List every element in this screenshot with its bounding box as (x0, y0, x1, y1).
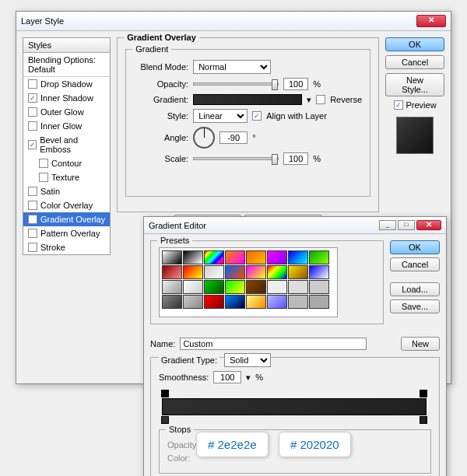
checkbox[interactable] (28, 107, 37, 117)
preview-checkbox[interactable]: ✓ (394, 100, 403, 110)
preset-swatch[interactable] (183, 250, 203, 264)
opacity-stop-left[interactable] (161, 390, 169, 397)
preset-swatch[interactable] (162, 280, 182, 294)
smooth-input[interactable] (213, 371, 241, 383)
scale-slider[interactable] (193, 157, 279, 160)
editor-cancel-button[interactable]: Cancel (390, 257, 440, 271)
style-item-pattern-overlay[interactable]: Pattern Overlay (23, 226, 110, 240)
preset-swatch[interactable] (162, 295, 182, 309)
editor-close-icon[interactable]: ✕ (416, 220, 441, 230)
type-label: Gradient Type: (159, 355, 219, 365)
preset-swatch[interactable] (267, 295, 287, 309)
preset-swatch[interactable] (204, 250, 224, 264)
color-stop-left[interactable] (161, 416, 169, 424)
preset-swatch[interactable] (267, 265, 287, 279)
style-item-inner-glow[interactable]: Inner Glow (23, 119, 110, 133)
preset-swatch[interactable] (267, 280, 287, 294)
checkbox[interactable] (28, 201, 37, 210)
blending-options[interactable]: Blending Options: Default (23, 53, 110, 77)
preset-swatch[interactable] (246, 295, 266, 309)
angle-dial[interactable] (193, 127, 215, 149)
style-item-label: Texture (51, 173, 79, 182)
style-item-drop-shadow[interactable]: Drop Shadow (23, 77, 110, 91)
style-item-color-overlay[interactable]: Color Overlay (23, 198, 110, 212)
style-item-gradient-overlay[interactable]: ✓Gradient Overlay (23, 212, 110, 226)
preset-swatch[interactable] (288, 265, 308, 279)
style-item-inner-shadow[interactable]: ✓Inner Shadow (23, 91, 110, 105)
smooth-dropdown-icon[interactable]: ▾ (246, 373, 251, 383)
preset-swatch[interactable] (204, 295, 224, 309)
checkbox[interactable]: ✓ (28, 215, 37, 224)
preset-swatch[interactable] (288, 295, 308, 309)
new-button[interactable]: New (401, 337, 440, 351)
preset-swatch[interactable] (183, 280, 203, 294)
angle-unit: ° (252, 133, 255, 142)
preset-swatch[interactable] (162, 265, 182, 279)
close-icon[interactable]: ✕ (416, 15, 446, 27)
preset-swatch[interactable] (225, 265, 245, 279)
preset-swatch[interactable] (267, 250, 287, 264)
type-select[interactable]: Solid (224, 353, 271, 367)
preset-swatch[interactable] (309, 280, 329, 294)
gradient-swatch[interactable] (193, 94, 302, 105)
presets-grid[interactable] (159, 247, 338, 317)
gradient-bar[interactable] (162, 398, 427, 415)
style-select[interactable]: Linear (193, 109, 248, 123)
preset-swatch[interactable] (246, 265, 266, 279)
preset-swatch[interactable] (288, 280, 308, 294)
editor-ok-button[interactable]: OK (390, 240, 440, 254)
color-tag-right: # 202020 (279, 432, 351, 457)
checkbox[interactable]: ✓ (28, 140, 37, 149)
angle-input[interactable] (219, 131, 248, 144)
blend-mode-select[interactable]: Normal (193, 60, 271, 74)
checkbox[interactable] (39, 173, 48, 182)
checkbox[interactable] (28, 243, 37, 252)
style-item-stroke[interactable]: Stroke (23, 240, 110, 254)
load-button[interactable]: Load... (390, 282, 440, 296)
reverse-checkbox[interactable] (316, 95, 325, 104)
checkbox[interactable] (28, 79, 37, 89)
style-item-outer-glow[interactable]: Outer Glow (23, 105, 110, 119)
opacity-unit: % (313, 79, 321, 89)
preset-swatch[interactable] (162, 250, 182, 264)
maximize-icon[interactable]: □ (398, 220, 415, 230)
preset-swatch[interactable] (225, 295, 245, 309)
scale-input[interactable] (283, 152, 308, 165)
preset-swatch[interactable] (225, 250, 245, 264)
ok-button[interactable]: OK (385, 37, 444, 51)
opacity-input[interactable] (283, 78, 308, 90)
color-stop-right[interactable] (420, 416, 427, 424)
save-button[interactable]: Save... (390, 299, 440, 313)
preset-swatch[interactable] (309, 265, 329, 279)
checkbox[interactable]: ✓ (28, 93, 37, 103)
new-style-button[interactable]: New Style... (385, 73, 444, 96)
stop-opacity-label: Opacity: (167, 440, 198, 450)
style-item-texture[interactable]: Texture (23, 170, 110, 184)
style-item-bevel-and-emboss[interactable]: ✓Bevel and Emboss (23, 133, 110, 156)
style-item-satin[interactable]: Satin (23, 184, 110, 198)
preset-swatch[interactable] (246, 250, 266, 264)
name-input[interactable] (180, 338, 367, 350)
minimize-icon[interactable]: _ (379, 220, 396, 230)
preset-swatch[interactable] (246, 280, 266, 294)
checkbox[interactable] (28, 187, 37, 196)
styles-header[interactable]: Styles (23, 38, 110, 53)
checkbox[interactable] (28, 229, 37, 238)
checkbox[interactable] (39, 159, 48, 168)
preset-swatch[interactable] (309, 295, 329, 309)
preset-swatch[interactable] (225, 280, 245, 294)
preset-swatch[interactable] (183, 295, 203, 309)
preset-swatch[interactable] (309, 250, 329, 264)
dialog-title: Layer Style (21, 16, 64, 26)
preset-swatch[interactable] (204, 280, 224, 294)
preset-swatch[interactable] (183, 265, 203, 279)
opacity-slider[interactable] (193, 82, 279, 86)
style-item-contour[interactable]: Contour (23, 156, 110, 170)
gradient-dropdown-icon[interactable]: ▾ (307, 95, 311, 105)
cancel-button[interactable]: Cancel (385, 55, 444, 69)
preset-swatch[interactable] (288, 250, 308, 264)
opacity-stop-right[interactable] (420, 390, 427, 397)
align-checkbox[interactable]: ✓ (252, 111, 262, 121)
preset-swatch[interactable] (204, 265, 224, 279)
checkbox[interactable] (28, 121, 37, 131)
